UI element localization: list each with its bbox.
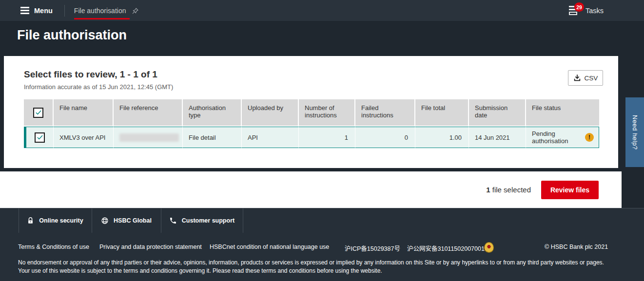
lock-icon <box>27 217 34 225</box>
cell-file-name: XMLV3 over API <box>54 127 114 148</box>
footer-item-label: HSBC Global <box>114 217 152 224</box>
col-file-status[interactable]: File status <box>526 99 599 126</box>
link-icp[interactable]: 沪ICP备15029387号 <box>345 244 400 253</box>
action-bar: 1 file selected Review files <box>0 171 622 208</box>
tasks-label: Tasks <box>585 7 604 15</box>
files-table: File name File reference Authorisation t… <box>24 98 599 149</box>
col-submission-date[interactable]: Submission date <box>469 99 526 126</box>
hamburger-menu-icon[interactable] <box>20 7 29 14</box>
panel-timestamp: Information accurate as of 15 Jun 2021, … <box>24 83 603 91</box>
footer-item-label: Online security <box>39 217 83 224</box>
menu-button[interactable]: Menu <box>34 7 53 15</box>
cell-file-reference <box>114 127 183 148</box>
redacted-file-reference <box>119 133 179 142</box>
top-bar: Menu File authorisation 29 Tasks <box>0 0 644 21</box>
link-terms[interactable]: Terms & Conditions of use <box>18 244 89 250</box>
footer-menu: Online security HSBC Global Customer sup… <box>0 208 644 233</box>
footer-item-customer-support[interactable]: Customer support <box>161 208 243 233</box>
page-title: File authorisation <box>17 28 127 43</box>
col-number-of-instructions[interactable]: Number of instructions <box>299 99 355 126</box>
table-row[interactable]: XMLV3 over API File detail API 1 0 1.00 … <box>24 127 599 148</box>
link-hsbcnet-language[interactable]: HSBCnet condition of national language u… <box>210 244 329 250</box>
col-file-name[interactable]: File name <box>54 99 114 126</box>
active-tab-underline <box>74 18 130 19</box>
phone-icon <box>169 217 177 225</box>
row-checkbox[interactable] <box>35 132 45 143</box>
csv-button-label: CSV <box>585 75 598 82</box>
selected-count: 1 <box>486 186 490 194</box>
col-file-reference[interactable]: File reference <box>114 99 183 126</box>
pin-icon[interactable] <box>132 7 139 15</box>
selected-count-text: 1 file selected <box>486 186 531 194</box>
police-badge-icon <box>484 242 494 253</box>
col-uploaded-by[interactable]: Uploaded by <box>242 99 299 126</box>
cell-number-of-instructions: 1 <box>299 127 355 148</box>
footer-item-hsbc-global[interactable]: HSBC Global <box>92 208 161 233</box>
link-privacy[interactable]: Privacy and data protection statement <box>99 244 202 250</box>
col-file-total[interactable]: File total <box>415 99 469 126</box>
topbar-divider <box>64 5 65 17</box>
footer: Online security HSBC Global Customer sup… <box>0 208 644 281</box>
tasks-button[interactable]: 29 Tasks <box>569 6 604 15</box>
warning-icon: ! <box>585 133 594 142</box>
csv-download-button[interactable]: CSV <box>568 70 603 86</box>
col-failed-instructions[interactable]: Failed instructions <box>355 99 415 126</box>
download-icon <box>573 74 581 82</box>
checkmark-icon <box>37 134 43 141</box>
cell-file-total: 1.00 <box>415 127 469 148</box>
footer-item-online-security[interactable]: Online security <box>19 208 92 233</box>
col-authorisation-type[interactable]: Authorisation type <box>183 99 242 126</box>
select-all-checkbox[interactable] <box>33 108 43 118</box>
globe-icon <box>101 217 109 225</box>
cell-submission-date: 14 Jun 2021 <box>469 127 526 148</box>
status-text: Pending authorisation <box>532 130 581 145</box>
disclaimer-text: No endorsement or approval of any third … <box>18 259 607 275</box>
cell-failed-instructions: 0 <box>355 127 415 148</box>
files-panel: Select files to review, 1 - 1 of 1 Infor… <box>4 56 618 168</box>
link-psb[interactable]: 沪公网安备31011502007001号 <box>407 244 490 253</box>
footer-item-label: Customer support <box>182 217 234 224</box>
tab-label: File authorisation <box>74 7 126 15</box>
copyright: © HSBC Bank plc 2021 <box>545 244 608 250</box>
table-header-row: File name File reference Authorisation t… <box>24 99 599 126</box>
cell-file-status: Pending authorisation ! <box>526 127 599 148</box>
panel-heading: Select files to review, 1 - 1 of 1 <box>24 69 603 80</box>
file-authorisation-screen: Menu File authorisation 29 Tasks File au… <box>0 0 644 281</box>
cell-uploaded-by: API <box>242 127 299 148</box>
tab-file-authorisation[interactable]: File authorisation <box>74 0 140 21</box>
footer-links: Terms & Conditions of use Privacy and da… <box>0 244 644 253</box>
cell-authorisation-type: File detail <box>183 127 242 148</box>
need-help-tab[interactable]: Need help? <box>625 97 644 167</box>
tasks-list-icon: 29 <box>569 6 580 15</box>
checkmark-icon <box>35 109 42 116</box>
review-files-button[interactable]: Review files <box>541 181 599 199</box>
tasks-count-badge: 29 <box>574 2 584 12</box>
